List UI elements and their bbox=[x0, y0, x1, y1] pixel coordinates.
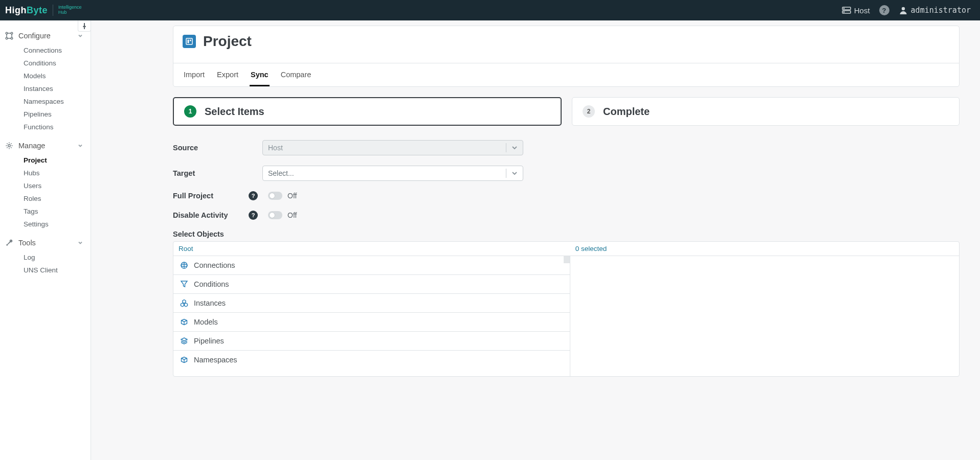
project-icon bbox=[183, 35, 196, 48]
scrollbar[interactable] bbox=[564, 256, 570, 263]
step-badge: 2 bbox=[583, 105, 595, 118]
nav-item-namespaces[interactable]: Namespaces bbox=[18, 95, 91, 108]
layers-icon bbox=[180, 337, 189, 345]
tree-item-label: Conditions bbox=[194, 280, 229, 288]
page-header: Project bbox=[173, 26, 959, 63]
nav-item-functions[interactable]: Functions bbox=[18, 121, 91, 133]
tree-item-label: Namespaces bbox=[194, 356, 237, 364]
wizard-steps: 1Select Items2Complete bbox=[173, 97, 960, 126]
nav-item-uns-client[interactable]: UNS Client bbox=[18, 264, 91, 277]
chevron-down-icon bbox=[511, 146, 518, 150]
tree-item-label: Pipelines bbox=[194, 337, 224, 345]
tree-item-label: Models bbox=[194, 318, 218, 326]
nav-item-hubs[interactable]: Hubs bbox=[18, 167, 91, 179]
tab-sync[interactable]: Sync bbox=[250, 63, 270, 86]
select-objects-label: Select Objects bbox=[173, 225, 960, 241]
target-placeholder: Select... bbox=[268, 169, 294, 177]
source-select[interactable]: Host bbox=[262, 140, 523, 155]
nav-section-configure[interactable]: Configure bbox=[0, 28, 91, 44]
step-label: Select Items bbox=[205, 106, 264, 118]
sync-form: Source Host Target Select... bbox=[173, 126, 960, 377]
nav-item-users[interactable]: Users bbox=[18, 179, 91, 192]
nav-item-tags[interactable]: Tags bbox=[18, 205, 91, 218]
box-icon bbox=[180, 318, 189, 326]
nav-item-pipelines[interactable]: Pipelines bbox=[18, 108, 91, 121]
row-source: Source Host bbox=[173, 135, 960, 160]
svg-point-4 bbox=[901, 7, 904, 10]
chevron-down-icon bbox=[77, 33, 83, 39]
svg-rect-12 bbox=[188, 40, 189, 43]
nav-item-project[interactable]: Project bbox=[18, 154, 91, 167]
tree-item-models[interactable]: Models bbox=[173, 313, 570, 332]
gear-icon bbox=[5, 142, 13, 150]
row-full-project: Full Project ? Off bbox=[173, 186, 960, 205]
step-label: Complete bbox=[603, 106, 650, 118]
nav-item-settings[interactable]: Settings bbox=[18, 218, 91, 231]
full-project-toggle[interactable] bbox=[268, 192, 282, 200]
tab-compare[interactable]: Compare bbox=[280, 63, 313, 86]
chevron-down-icon bbox=[77, 143, 83, 149]
brand-logo: HighByte bbox=[5, 5, 48, 16]
help-button[interactable]: ? bbox=[879, 5, 889, 15]
brand-sub-line1: Intelligence bbox=[58, 5, 82, 10]
topbar-right: Host ? administrator bbox=[842, 5, 971, 15]
tab-import[interactable]: Import bbox=[183, 63, 206, 86]
help-icon[interactable]: ? bbox=[249, 191, 258, 200]
nav-item-models[interactable]: Models bbox=[18, 70, 91, 82]
full-project-value: Off bbox=[287, 192, 297, 200]
user-icon bbox=[899, 6, 908, 15]
source-value: Host bbox=[268, 144, 283, 152]
nodes-icon bbox=[5, 32, 13, 40]
svg-point-9 bbox=[8, 145, 10, 147]
brand: HighByte Intelligence Hub bbox=[5, 5, 82, 16]
host-indicator[interactable]: Host bbox=[842, 6, 870, 15]
breadcrumb-root[interactable]: Root bbox=[173, 242, 570, 256]
browser-header: Root 0 selected bbox=[173, 242, 959, 256]
step-2[interactable]: 2Complete bbox=[572, 97, 960, 126]
nav-item-log[interactable]: Log bbox=[18, 251, 91, 264]
chevron-down-icon bbox=[77, 240, 83, 246]
selected-count[interactable]: 0 selected bbox=[570, 242, 612, 256]
globe-icon bbox=[180, 261, 189, 269]
main: Project ImportExportSyncCompare 1Select … bbox=[91, 20, 980, 460]
host-label: Host bbox=[854, 6, 870, 15]
svg-point-6 bbox=[11, 32, 13, 34]
tree-item-conditions[interactable]: Conditions bbox=[173, 275, 570, 294]
object-tree: ConnectionsConditionsInstancesModelsPipe… bbox=[173, 256, 570, 376]
brand-sub-line2: Hub bbox=[58, 10, 67, 15]
svg-rect-11 bbox=[186, 38, 192, 44]
brand-primary: High bbox=[5, 5, 27, 15]
sidebar: ConfigureConnectionsConditionsModelsInst… bbox=[0, 20, 91, 460]
step-badge: 1 bbox=[184, 105, 196, 118]
pin-sidebar-button[interactable] bbox=[78, 20, 91, 32]
tools-icon bbox=[5, 239, 13, 247]
brand-sub: Intelligence Hub bbox=[58, 5, 82, 15]
tab-export[interactable]: Export bbox=[216, 63, 239, 86]
object-browser: Root 0 selected ConnectionsConditionsIns… bbox=[173, 241, 960, 377]
box-icon bbox=[180, 356, 189, 364]
nav-section-label: Manage bbox=[18, 142, 45, 150]
selection-pane bbox=[570, 256, 959, 376]
topbar: HighByte Intelligence Hub Host ? bbox=[0, 0, 980, 20]
tree-item-instances[interactable]: Instances bbox=[173, 294, 570, 313]
nav-section-tools[interactable]: Tools bbox=[0, 235, 91, 251]
chevron-down-icon bbox=[511, 171, 518, 175]
target-select[interactable]: Select... bbox=[262, 166, 523, 181]
tabs: ImportExportSyncCompare bbox=[173, 63, 959, 86]
nav-item-instances[interactable]: Instances bbox=[18, 82, 91, 95]
target-label: Target bbox=[173, 169, 252, 177]
tree-item-label: Instances bbox=[194, 299, 226, 307]
cubes-icon bbox=[180, 299, 189, 307]
nav-item-conditions[interactable]: Conditions bbox=[18, 57, 91, 70]
help-icon[interactable]: ? bbox=[249, 211, 258, 220]
tree-item-namespaces[interactable]: Namespaces bbox=[173, 351, 570, 369]
nav-item-roles[interactable]: Roles bbox=[18, 192, 91, 205]
nav-section-manage[interactable]: Manage bbox=[0, 137, 91, 154]
disable-activity-toggle[interactable] bbox=[268, 211, 282, 219]
nav-item-connections[interactable]: Connections bbox=[18, 44, 91, 57]
tree-item-pipelines[interactable]: Pipelines bbox=[173, 332, 570, 351]
step-1[interactable]: 1Select Items bbox=[173, 97, 562, 126]
page-panel: Project ImportExportSyncCompare bbox=[173, 26, 960, 87]
tree-item-connections[interactable]: Connections bbox=[173, 256, 570, 275]
user-menu[interactable]: administrator bbox=[899, 6, 971, 15]
